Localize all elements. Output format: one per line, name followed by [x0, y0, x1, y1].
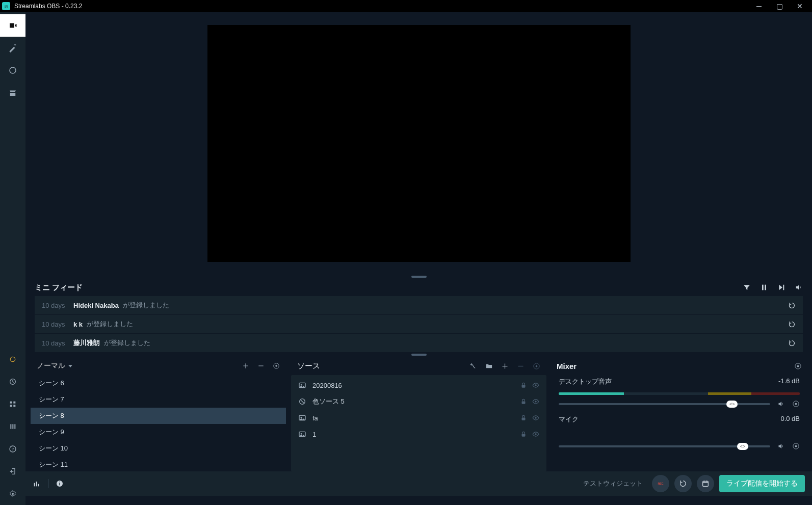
nav-history[interactable] — [0, 370, 25, 393]
svg-rect-13 — [762, 285, 764, 290]
go-live-button[interactable]: ライブ配信を開始する — [719, 475, 805, 492]
store-icon — [8, 88, 17, 97]
svg-rect-8 — [12, 424, 13, 429]
app-icon: ⎚ — [2, 2, 10, 10]
nav-help-token[interactable] — [0, 348, 25, 370]
volume-slider[interactable]: <> — [559, 403, 770, 405]
image-icon — [298, 430, 306, 438]
chevron-down-icon — [68, 365, 72, 367]
mixer-channel: マイク0.0 dB <> — [552, 413, 807, 455]
nav-logout[interactable] — [0, 460, 25, 483]
source-transitions-button[interactable] — [469, 362, 477, 370]
scene-row[interactable]: シーン 6 — [31, 375, 286, 391]
slider-thumb[interactable]: <> — [726, 401, 738, 408]
visibility-icon[interactable] — [532, 398, 539, 405]
filter-icon[interactable] — [743, 283, 751, 291]
svg-rect-41 — [36, 482, 37, 486]
lock-icon[interactable] — [520, 398, 527, 405]
record-button[interactable]: REC — [652, 475, 669, 492]
nav-columns[interactable] — [0, 415, 25, 438]
lock-icon[interactable] — [520, 431, 527, 438]
help-icon: ? — [9, 445, 17, 453]
source-row[interactable]: 色ソース 5 — [291, 393, 546, 410]
source-label: 20200816 — [312, 382, 342, 389]
feed-msg: が登録しました — [123, 301, 169, 310]
remove-source-button — [517, 362, 525, 370]
lock-icon[interactable] — [520, 382, 527, 389]
svg-point-34 — [797, 365, 799, 367]
feed-msg: が登録しました — [104, 338, 150, 348]
feed-replay-button[interactable] — [788, 339, 796, 347]
scene-row[interactable]: シーン 8 — [31, 408, 286, 424]
feed-replay-button[interactable] — [788, 302, 796, 309]
svg-rect-44 — [59, 483, 60, 486]
volume-slider[interactable]: <> — [559, 445, 770, 447]
feed-item: 10 daysk kが登録しました — [35, 315, 803, 333]
image-icon — [298, 414, 306, 422]
mixer-title: Mixer — [557, 362, 794, 370]
svg-rect-45 — [59, 482, 60, 482]
channel-settings-button[interactable] — [792, 442, 800, 450]
feed-user: 藤川雅朗 — [73, 338, 100, 348]
pause-icon[interactable] — [760, 283, 768, 291]
nav-help[interactable]: ? — [0, 438, 25, 460]
remove-scene-button[interactable] — [257, 362, 265, 369]
wand-icon — [8, 43, 17, 52]
scene-row[interactable]: シーン 9 — [31, 424, 286, 440]
skip-icon[interactable] — [777, 283, 785, 291]
visibility-icon[interactable] — [532, 382, 539, 389]
scene-collection-selector[interactable]: ノーマル — [37, 361, 72, 370]
nav-themes[interactable] — [0, 37, 25, 59]
stats-button[interactable] — [33, 480, 41, 488]
slider-thumb[interactable]: <> — [737, 443, 748, 450]
replay-buffer-button[interactable] — [674, 475, 692, 492]
nav-settings[interactable] — [0, 483, 25, 505]
vu-meter — [559, 392, 800, 395]
nav-chat[interactable] — [0, 59, 25, 82]
separator — [48, 479, 48, 488]
camera-icon — [8, 21, 17, 30]
feed-replay-button[interactable] — [788, 321, 796, 328]
nav-store[interactable] — [0, 82, 25, 104]
source-row[interactable]: 20200816 — [291, 377, 546, 393]
svg-rect-21 — [522, 385, 526, 387]
vu-meter — [559, 430, 800, 437]
add-scene-button[interactable] — [242, 362, 249, 369]
lock-icon[interactable] — [520, 414, 527, 421]
mute-button[interactable] — [777, 400, 785, 408]
svg-rect-42 — [38, 484, 39, 487]
svg-point-31 — [301, 433, 302, 435]
schedule-button[interactable] — [697, 475, 714, 492]
close-button[interactable]: ✕ — [790, 2, 810, 10]
drag-handle-panels[interactable] — [25, 353, 812, 357]
source-row[interactable]: fa — [291, 410, 546, 426]
volume-icon[interactable] — [795, 283, 803, 291]
scene-settings-button[interactable] — [273, 362, 280, 369]
source-row[interactable]: 1 — [291, 426, 546, 442]
minimize-button[interactable]: ─ — [749, 2, 769, 10]
svg-point-33 — [535, 433, 537, 435]
preview-area[interactable] — [25, 12, 812, 275]
channel-settings-button[interactable] — [792, 400, 800, 408]
scene-row[interactable]: シーン 7 — [31, 391, 286, 408]
mute-button[interactable] — [777, 442, 785, 450]
test-widget-button[interactable]: テストウィジェット — [583, 479, 643, 488]
maximize-button[interactable]: ▢ — [769, 2, 790, 10]
preview-canvas[interactable] — [207, 25, 631, 262]
nav-editor[interactable] — [0, 14, 25, 37]
scene-row[interactable]: シーン 10 — [31, 440, 286, 457]
drag-handle-feed[interactable] — [25, 275, 812, 279]
info-button[interactable] — [56, 480, 64, 488]
svg-rect-3 — [10, 402, 12, 404]
scene-row[interactable]: シーン 11 — [31, 457, 286, 471]
mixer-settings-button[interactable] — [794, 362, 802, 370]
svg-text:?: ? — [12, 447, 14, 451]
nav-grid[interactable] — [0, 393, 25, 415]
add-folder-button[interactable] — [485, 362, 493, 370]
svg-point-1 — [10, 357, 15, 361]
visibility-icon[interactable] — [532, 431, 539, 438]
add-source-button[interactable] — [501, 362, 509, 370]
gear-icon — [9, 490, 17, 498]
visibility-icon[interactable] — [532, 414, 539, 421]
svg-point-27 — [301, 417, 302, 418]
